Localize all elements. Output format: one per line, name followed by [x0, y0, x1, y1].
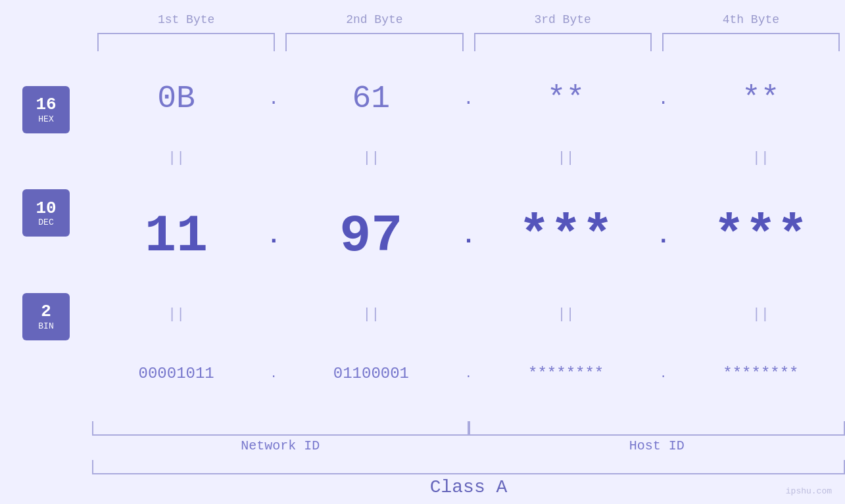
main-container: 1st Byte 2nd Byte 3rd Byte 4th Byte 16 H… [0, 0, 845, 504]
dec-dot3-value: . [656, 223, 671, 250]
host-id-text: Host ID [629, 438, 685, 453]
hex-b3-value: ** [547, 81, 585, 116]
dec-dot2: . [456, 223, 482, 250]
hex-num: 16 [36, 95, 56, 114]
byte3-label: 3rd Byte [534, 13, 591, 26]
bin-label: BIN [38, 321, 53, 331]
dec-dot2-value: . [462, 223, 476, 250]
bin-dot2-value: . [465, 367, 472, 380]
eq1-b1: || [92, 150, 260, 166]
eq1-b1-sign: || [168, 150, 185, 166]
bin-b2-value: 01100001 [333, 365, 409, 382]
byte1-header: 1st Byte [92, 13, 280, 26]
eq2-b3: || [482, 306, 650, 323]
class-text: Class A [430, 477, 508, 497]
dec-b2-value: 97 [339, 206, 402, 266]
byte1-label: 1st Byte [158, 13, 214, 26]
watermark: ipshu.com [786, 486, 832, 496]
hex-dot2: . [456, 89, 482, 109]
hex-dot1-value: . [268, 89, 279, 109]
eq2-b1-sign: || [168, 306, 185, 323]
hex-b2-cell: 61 [287, 81, 455, 116]
bin-badge: 2 BIN [22, 293, 70, 340]
dec-num: 10 [36, 199, 56, 218]
byte2-label: 2nd Byte [346, 13, 402, 26]
dec-b1-value: 11 [145, 206, 208, 266]
eq1-b3-sign: || [557, 150, 574, 166]
dec-b1-cell: 11 [92, 206, 260, 266]
eq2-b4-sign: || [752, 306, 769, 323]
eq-row-2: || || || || [92, 303, 845, 327]
host-bottom-bracket-right [806, 421, 845, 436]
bin-b2-cell: 01100001 [287, 365, 455, 382]
bin-dot3: . [650, 367, 677, 380]
dec-b3-value: *** [519, 206, 614, 266]
bin-b1-value: 00001011 [139, 365, 214, 382]
host-bottom-bracket-left [469, 421, 806, 436]
class-bracket-row [92, 460, 845, 474]
host-id-label: Host ID [469, 438, 846, 453]
bin-row: 00001011 . 01100001 . ******** . [92, 327, 845, 421]
network-id-text: Network ID [241, 438, 320, 453]
eq1-b2-sign: || [362, 150, 379, 166]
hex-row: 0B . 61 . ** . ** [92, 51, 845, 146]
hex-b3-cell: ** [482, 81, 650, 116]
dec-b3-cell: *** [482, 206, 650, 266]
data-columns: 0B . 61 . ** . ** [92, 51, 845, 421]
eq2-b4: || [677, 306, 845, 323]
dec-row: 11 . 97 . *** . *** [92, 170, 845, 302]
hex-dot1: . [260, 89, 287, 109]
bracket-byte4 [662, 33, 840, 51]
hex-dot2-value: . [463, 89, 474, 109]
bracket-byte2 [285, 33, 463, 51]
dec-dot3: . [650, 223, 677, 250]
byte3-header: 3rd Byte [469, 13, 657, 26]
dec-b4-cell: *** [677, 206, 845, 266]
network-bottom-bracket-left [92, 421, 293, 436]
bin-dot1: . [260, 367, 287, 380]
hex-dot3-value: . [658, 89, 669, 109]
bin-b3-cell: ******** [482, 365, 650, 382]
dec-b4-value: *** [713, 206, 808, 266]
bottom-section: Network ID Host ID Class A [92, 421, 845, 504]
dec-label: DEC [38, 218, 53, 227]
bin-b1-cell: 00001011 [92, 365, 260, 382]
eq2-b2-sign: || [362, 306, 379, 323]
hex-b1-value: 0B [157, 81, 195, 116]
bin-dot3-value: . [660, 367, 667, 380]
bin-num: 2 [41, 302, 51, 321]
hex-badge: 16 HEX [22, 86, 70, 133]
top-brackets [92, 33, 845, 51]
byte2-header: 2nd Byte [280, 13, 468, 26]
label-column: 16 HEX 10 DEC 2 BIN [0, 51, 92, 421]
dec-badge: 10 DEC [22, 189, 70, 237]
id-labels-row: Network ID Host ID [92, 438, 845, 453]
hex-b2-value: 61 [352, 81, 391, 116]
eq1-b2: || [287, 150, 455, 166]
bin-dot2: . [456, 367, 482, 380]
dec-b2-cell: 97 [287, 206, 455, 266]
eq-row-1: || || || || [92, 146, 845, 170]
hex-b1-cell: 0B [92, 81, 260, 116]
bin-b3-value: ******** [528, 365, 604, 382]
dec-dot1: . [260, 223, 287, 250]
bin-bottom-brackets [92, 421, 845, 436]
byte4-header: 4th Byte [657, 13, 845, 26]
bin-dot1-value: . [270, 367, 278, 380]
network-id-label: Network ID [92, 438, 469, 453]
eq1-b4: || [677, 150, 845, 166]
bracket-byte1 [97, 33, 275, 51]
eq2-b2: || [287, 306, 455, 323]
watermark-text: ipshu.com [786, 486, 832, 496]
hex-dot3: . [650, 89, 677, 109]
bracket-byte3 [474, 33, 652, 51]
class-label: Class A [92, 477, 845, 504]
eq2-b1: || [92, 306, 260, 323]
hex-b4-cell: ** [677, 81, 845, 116]
hex-b4-value: ** [742, 81, 780, 116]
eq2-b3-sign: || [557, 306, 574, 323]
class-bracket [92, 460, 845, 474]
hex-label: HEX [38, 114, 53, 124]
content-area: 16 HEX 10 DEC 2 BIN 0B . [0, 51, 845, 421]
network-bottom-bracket-right [293, 421, 468, 436]
